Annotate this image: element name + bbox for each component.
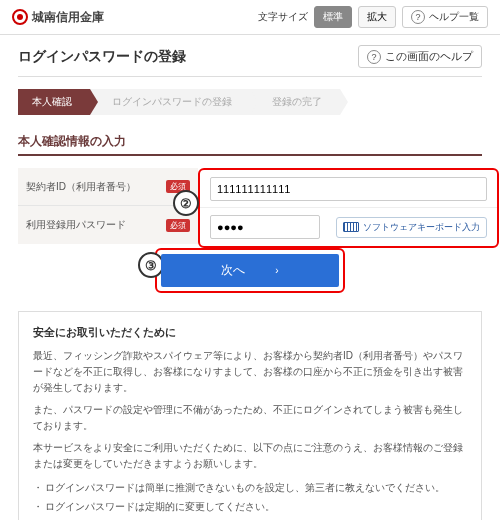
software-keyboard-label: ソフトウェアキーボード入力: [363, 221, 480, 234]
page-title: ログインパスワードの登録: [18, 48, 186, 66]
brand-logo: 城南信用金庫: [12, 9, 104, 26]
keyboard-icon: [343, 222, 359, 232]
notice-p2: また、パスワードの設定や管理に不備があったため、不正にログインされてしまう被害も…: [33, 402, 467, 434]
notice-p3: 本サービスをより安全にご利用いただくために、以下の点にご注意のうえ、お客様情報の…: [33, 440, 467, 472]
page-help-button[interactable]: ? この画面のヘルプ: [358, 45, 482, 68]
font-size-label: 文字サイズ: [258, 10, 308, 24]
step-1: 本人確認: [18, 89, 90, 115]
font-size-large-button[interactable]: 拡大: [358, 6, 396, 28]
help-list-label: ヘルプ一覧: [429, 10, 479, 24]
brand-name: 城南信用金庫: [32, 9, 104, 26]
notice-item: ログインパスワードは定期的に変更してください。: [33, 499, 467, 515]
logo-icon: [12, 9, 28, 25]
chevron-right-icon: ›: [275, 265, 278, 276]
registration-password-label: 利用登録用パスワード: [26, 218, 126, 232]
page-help-label: この画面のヘルプ: [385, 49, 473, 64]
contract-id-input[interactable]: [210, 177, 487, 201]
step-2: ログインパスワードの登録: [90, 89, 250, 115]
next-button[interactable]: 次へ ›: [161, 254, 338, 287]
contract-id-label: 契約者ID（利用者番号）: [26, 180, 136, 194]
notice-title: 安全にお取引いただくために: [33, 324, 467, 342]
required-badge: 必須: [166, 219, 190, 232]
question-icon: ?: [367, 50, 381, 64]
question-icon: ?: [411, 10, 425, 24]
notice-p1: 最近、フィッシング詐欺やスパイウェア等により、お客様から契約者ID（利用者番号）…: [33, 348, 467, 396]
step-indicator: 本人確認 ログインパスワードの登録 登録の完了: [18, 89, 482, 115]
security-notice: 安全にお取引いただくために 最近、フィッシング詐欺やスパイウェア等により、お客様…: [18, 311, 482, 520]
notice-item: ログインパスワードは簡単に推測できないものを設定し、第三者に教えないでください。: [33, 480, 467, 496]
next-button-label: 次へ: [221, 262, 245, 279]
step-3: 登録の完了: [250, 89, 340, 115]
help-list-button[interactable]: ? ヘルプ一覧: [402, 6, 488, 28]
font-size-standard-button[interactable]: 標準: [314, 6, 352, 28]
section-title: 本人確認情報の入力: [18, 133, 482, 156]
callout-3: ③: [138, 252, 164, 278]
callout-2: ②: [173, 190, 199, 216]
registration-password-input[interactable]: [210, 215, 320, 239]
software-keyboard-button[interactable]: ソフトウェアキーボード入力: [336, 217, 487, 238]
